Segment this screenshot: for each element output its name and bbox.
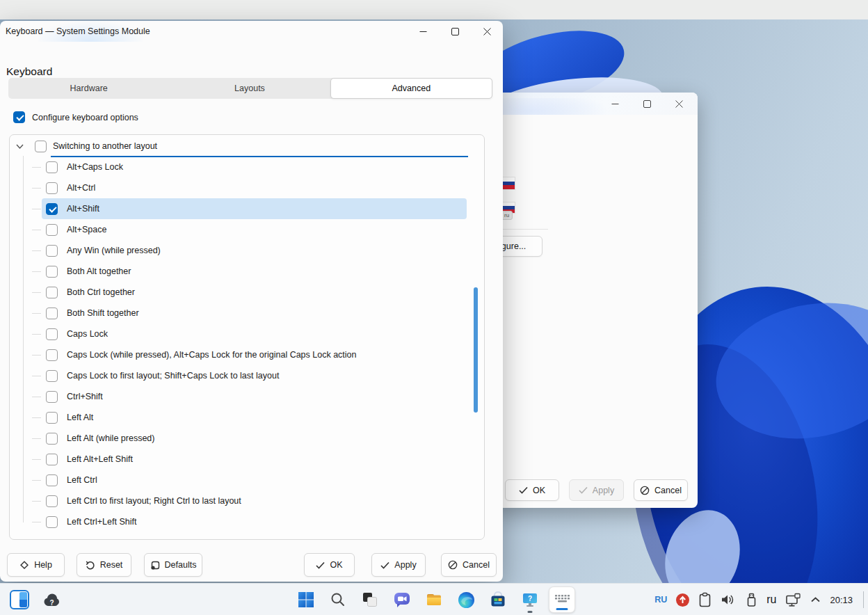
chat-button[interactable] xyxy=(389,586,415,613)
keyboard-option-row[interactable]: Left Alt (while pressed) xyxy=(42,428,467,449)
close-button[interactable] xyxy=(663,93,695,114)
option-checkbox[interactable] xyxy=(46,454,58,465)
input-switcher-badge[interactable]: RU xyxy=(654,595,667,605)
option-checkbox[interactable] xyxy=(46,287,58,298)
weather-cloud-icon[interactable]: ? xyxy=(42,591,61,609)
reset-button[interactable]: Reset xyxy=(77,553,131,577)
chevron-down-icon[interactable] xyxy=(15,142,24,151)
chevron-up-icon[interactable] xyxy=(810,596,821,603)
option-checkbox[interactable] xyxy=(46,328,58,340)
start-icon xyxy=(297,591,315,609)
keyboard-option-row[interactable]: Left Alt xyxy=(42,407,467,428)
window-titlebar[interactable]: Keyboard — System Settings Module xyxy=(0,21,503,42)
language-indicator[interactable]: ru xyxy=(766,593,776,606)
task-view-button[interactable] xyxy=(357,586,383,613)
option-checkbox[interactable] xyxy=(46,370,58,382)
keyboard-option-row[interactable]: Any Win (while pressed) xyxy=(42,240,467,261)
group-checkbox[interactable] xyxy=(35,141,47,152)
ok-button[interactable]: OK xyxy=(505,479,559,501)
minimize-button[interactable] xyxy=(407,21,439,42)
cancel-button[interactable]: Cancel xyxy=(634,479,688,501)
tab-hardware[interactable]: Hardware xyxy=(8,78,169,99)
keyboard-option-row[interactable]: Alt+Space xyxy=(42,219,467,240)
option-checkbox[interactable] xyxy=(46,495,58,507)
store-icon xyxy=(489,591,507,609)
clock[interactable]: 20:13 xyxy=(830,595,853,605)
remote-monitor-button[interactable]: ? xyxy=(517,586,543,613)
store-button[interactable] xyxy=(485,586,511,613)
show-desktop-button[interactable] xyxy=(863,591,864,608)
active-app-indicator xyxy=(556,608,568,610)
keyboard-option-row[interactable]: Caps Lock xyxy=(42,324,467,344)
widgets-icon[interactable] xyxy=(10,590,29,609)
svg-text:?: ? xyxy=(49,598,54,606)
option-label: Left Alt+Left Shift xyxy=(67,454,133,464)
option-checkbox[interactable] xyxy=(46,245,58,257)
keyboard-option-row[interactable]: Both Ctrl together xyxy=(42,282,467,303)
apply-button[interactable]: Apply xyxy=(371,553,426,577)
option-checkbox[interactable] xyxy=(46,308,58,319)
keyboard-option-row[interactable]: Ctrl+Shift xyxy=(42,386,467,407)
ok-button[interactable]: OK xyxy=(304,553,355,577)
layouts-window-titlebar[interactable] xyxy=(491,93,698,115)
option-label: Any Win (while pressed) xyxy=(67,246,161,255)
close-button[interactable] xyxy=(471,21,503,42)
option-checkbox[interactable] xyxy=(46,433,58,445)
option-checkbox[interactable] xyxy=(46,391,58,403)
keyboard-option-row[interactable]: Both Shift together xyxy=(42,303,467,324)
start-button[interactable] xyxy=(293,586,319,613)
option-checkbox[interactable] xyxy=(46,224,58,236)
notification-alert-icon[interactable] xyxy=(676,593,689,607)
file-explorer-button[interactable] xyxy=(421,586,447,613)
option-label: Both Ctrl together xyxy=(67,287,135,297)
keyboard-options-tree[interactable]: Switching to another layout Alt+Caps Loc… xyxy=(9,134,485,540)
tab-layouts[interactable]: Layouts xyxy=(169,78,330,99)
keyboard-settings-window[interactable]: Keyboard — System Settings Module Keyboa… xyxy=(0,21,503,582)
layouts-config-window[interactable]: ru Configure... OK Apply Cancel xyxy=(491,93,698,508)
tab-advanced[interactable]: Advanced xyxy=(330,78,492,99)
option-checkbox[interactable] xyxy=(46,182,58,194)
network-display-icon[interactable] xyxy=(785,593,801,607)
minimize-button[interactable] xyxy=(599,93,631,114)
option-checkbox[interactable] xyxy=(46,474,58,486)
usb-icon[interactable] xyxy=(746,592,757,608)
task-view-icon xyxy=(361,591,379,609)
option-checkbox[interactable] xyxy=(46,203,58,215)
keyboard-settings-taskbar-button[interactable] xyxy=(549,586,575,613)
edge-button[interactable] xyxy=(453,586,479,613)
option-checkbox[interactable] xyxy=(46,516,58,528)
keyboard-option-row[interactable]: Alt+Shift xyxy=(42,198,467,219)
keyboard-option-row[interactable]: Caps Lock (while pressed), Alt+Caps Lock… xyxy=(42,344,467,365)
keyboard-option-row[interactable]: Left Ctrl+Left Shift xyxy=(42,511,467,532)
configure-options-row[interactable]: Configure keyboard options xyxy=(13,111,138,123)
edge-icon xyxy=(458,591,475,609)
option-checkbox[interactable] xyxy=(46,412,58,424)
keyboard-option-row[interactable]: Left Ctrl to first layout; Right Ctrl to… xyxy=(42,490,467,511)
volume-icon[interactable] xyxy=(721,593,737,607)
reset-icon xyxy=(86,561,95,570)
maximize-button[interactable] xyxy=(439,21,471,42)
keyboard-option-row[interactable]: Caps Lock to first layout; Shift+Caps Lo… xyxy=(42,365,467,386)
keyboard-option-row[interactable]: Left Alt+Left Shift xyxy=(42,449,467,470)
tab-bar[interactable]: Hardware Layouts Advanced xyxy=(8,78,492,99)
option-label: Both Alt together xyxy=(67,266,131,276)
keyboard-option-row[interactable]: Alt+Ctrl xyxy=(42,177,467,198)
check-icon xyxy=(380,561,389,569)
defaults-button[interactable]: Defaults xyxy=(144,553,202,577)
cancel-button[interactable]: Cancel xyxy=(441,553,497,577)
group-row-switching[interactable]: Switching to another layout xyxy=(10,136,484,156)
option-checkbox[interactable] xyxy=(46,349,58,361)
maximize-button[interactable] xyxy=(631,93,663,114)
svg-text:?: ? xyxy=(528,595,532,602)
keyboard-option-row[interactable]: Left Ctrl xyxy=(42,470,467,490)
vertical-scrollbar[interactable] xyxy=(474,287,478,413)
apply-button[interactable]: Apply xyxy=(569,479,624,501)
configure-options-checkbox[interactable] xyxy=(13,111,25,123)
help-button[interactable]: Help xyxy=(7,553,65,577)
option-checkbox[interactable] xyxy=(46,161,58,173)
keyboard-option-row[interactable]: Alt+Caps Lock xyxy=(42,157,467,177)
clipboard-icon[interactable] xyxy=(698,592,712,608)
keyboard-option-row[interactable]: Both Alt together xyxy=(42,261,467,282)
option-checkbox[interactable] xyxy=(46,266,58,278)
search-button[interactable] xyxy=(325,586,351,613)
